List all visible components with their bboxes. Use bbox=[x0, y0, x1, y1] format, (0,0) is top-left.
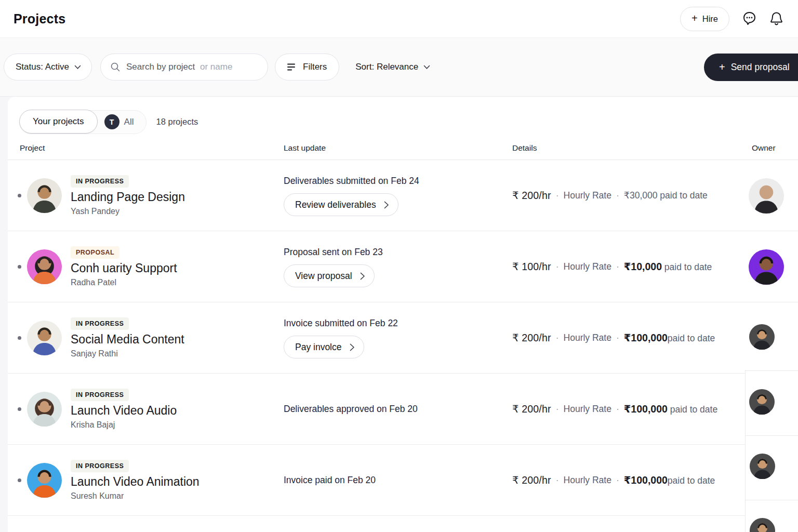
search-icon bbox=[110, 62, 121, 72]
last-update-text: Invoice paid on Feb 20 bbox=[284, 475, 376, 486]
hire-button-label: Hire bbox=[702, 14, 718, 24]
table-row[interactable]: PROPOSAL Conh uarity Support Radha Patel… bbox=[8, 231, 798, 302]
paid-to-date: ₹10,000 paid to date bbox=[624, 261, 712, 273]
project-avatar bbox=[27, 392, 62, 427]
plus-icon: + bbox=[691, 13, 698, 23]
hourly-rate-value: ₹ 100/hr bbox=[512, 261, 551, 273]
project-info: IN PROGRESS Launch Video Audio Krisha Ba… bbox=[71, 389, 177, 430]
hourly-rate-value: ₹ 200/hr bbox=[512, 474, 551, 486]
separator-dot: · bbox=[556, 261, 559, 272]
status-filter-dropdown[interactable]: Status: Active bbox=[4, 54, 92, 81]
project-avatar bbox=[27, 321, 62, 355]
project-person-name: Sanjay Rathi bbox=[71, 349, 118, 358]
filter-bar: Status: Active Search by project or name… bbox=[0, 37, 798, 97]
paid-amount: ₹30,000 bbox=[624, 190, 658, 201]
paid-suffix: paid to date bbox=[668, 333, 715, 343]
project-title[interactable]: Launch Video Audio bbox=[71, 404, 177, 418]
project-person-name: Krisha Bajaj bbox=[71, 420, 115, 430]
tab-your-projects[interactable]: Your projects bbox=[19, 110, 98, 134]
project-info: PROPOSAL Conh uarity Support Radha Patel bbox=[71, 246, 177, 287]
last-update-cell: Deliverables approved on Feb 20 bbox=[284, 374, 512, 445]
chevron-down-icon bbox=[423, 65, 430, 70]
table-row[interactable]: IN PROGRESS Launch Video Audio Krisha Ba… bbox=[8, 374, 798, 445]
project-person-name: Yash Pandey bbox=[71, 207, 119, 216]
details-cell: ₹ 100/hr · Hourly Rate · ₹10,000 paid to… bbox=[512, 231, 749, 302]
sort-dropdown[interactable]: Sort: Relevance bbox=[355, 62, 430, 72]
owner-strip-row-divider bbox=[745, 500, 798, 500]
search-input[interactable]: Search by project or name bbox=[100, 54, 268, 81]
project-info: IN PROGRESS Landing Page Design Yash Pan… bbox=[71, 175, 185, 216]
separator-dot: · bbox=[616, 332, 619, 343]
project-title[interactable]: Landing Page Design bbox=[71, 190, 185, 204]
row-action-label: Pay involce bbox=[295, 342, 342, 353]
bell-icon[interactable] bbox=[769, 11, 783, 26]
main-area: Your projects T All 18 projects Project … bbox=[0, 97, 798, 532]
project-person-name: Suresh Kumar bbox=[71, 491, 124, 501]
last-update-text: Proposal sent on Feb 23 bbox=[284, 247, 512, 258]
chevron-right-icon bbox=[384, 201, 389, 209]
project-person-name: Radha Patel bbox=[71, 278, 116, 287]
owner-avatar[interactable] bbox=[749, 178, 784, 214]
hourly-rate-value: ₹ 200/hr bbox=[512, 332, 551, 344]
project-info: IN PROGRESS Launch Video Animation Sures… bbox=[71, 460, 200, 501]
owner-avatar[interactable] bbox=[749, 389, 775, 415]
rate-type-label: Hourly Rate bbox=[564, 332, 611, 343]
table-header: Project Last update Details Owner bbox=[8, 136, 798, 160]
table-row[interactable]: IN PROGRESS Social Media Content Sanjay … bbox=[8, 302, 798, 374]
row-action-button[interactable]: View proposal bbox=[284, 264, 375, 287]
row-bullet bbox=[18, 265, 21, 269]
owner-avatar[interactable] bbox=[750, 454, 775, 479]
chat-bubble-icon[interactable] bbox=[742, 11, 757, 26]
project-title[interactable]: Launch Video Animation bbox=[71, 475, 200, 489]
paid-suffix: paid to date bbox=[662, 262, 712, 272]
tab-all[interactable]: T All bbox=[98, 114, 146, 129]
rate-type-label: Hourly Rate bbox=[564, 190, 611, 201]
paid-suffix: paid to date bbox=[668, 475, 715, 486]
owner-cell bbox=[749, 160, 798, 231]
chevron-right-icon bbox=[350, 343, 355, 351]
project-cell: IN PROGRESS Launch Video Animation Sures… bbox=[8, 445, 284, 516]
paid-amount: ₹100,000 bbox=[624, 403, 668, 415]
send-proposal-label: Send proposal bbox=[731, 62, 790, 73]
table-row[interactable]: IN PROGRESS Landing Page Design Yash Pan… bbox=[8, 160, 798, 231]
row-action-button[interactable]: Review deliverables bbox=[284, 193, 398, 216]
owner-avatar[interactable] bbox=[749, 249, 784, 285]
search-placeholder-light: or name bbox=[200, 62, 232, 72]
projects-table-body: IN PROGRESS Landing Page Design Yash Pan… bbox=[8, 160, 798, 516]
send-proposal-button[interactable]: + Send proposal bbox=[704, 54, 798, 81]
row-action-button[interactable]: Pay involce bbox=[284, 336, 364, 358]
status-badge: IN PROGRESS bbox=[71, 460, 129, 472]
projects-card: Your projects T All 18 projects Project … bbox=[8, 97, 798, 532]
column-header-owner: Owner bbox=[749, 143, 798, 153]
paid-to-date: ₹100,000paid to date bbox=[624, 474, 715, 486]
table-row[interactable]: IN PROGRESS Launch Video Animation Sures… bbox=[8, 445, 798, 516]
hire-button[interactable]: + Hire bbox=[680, 7, 729, 31]
status-badge: PROPOSAL bbox=[71, 246, 119, 259]
team-badge-icon: T bbox=[104, 114, 119, 129]
project-cell: IN PROGRESS Landing Page Design Yash Pan… bbox=[8, 160, 284, 231]
chevron-down-icon bbox=[74, 65, 81, 70]
column-header-project: Project bbox=[8, 143, 284, 153]
filters-button-label: Filters bbox=[303, 62, 327, 72]
filters-button[interactable]: Filters bbox=[275, 54, 339, 81]
project-title[interactable]: Social Media Content bbox=[71, 332, 184, 347]
owner-avatar[interactable] bbox=[749, 324, 775, 350]
status-badge: IN PROGRESS bbox=[71, 175, 129, 188]
plus-icon: + bbox=[719, 62, 725, 72]
paid-to-date: ₹30,000 paid to date bbox=[624, 190, 708, 201]
tabs-row: Your projects T All 18 projects bbox=[8, 97, 798, 136]
rate-type-label: Hourly Rate bbox=[564, 475, 611, 486]
details-cell: ₹ 200/hr · Hourly Rate · ₹100,000paid to… bbox=[512, 302, 749, 374]
hourly-rate-value: ₹ 200/hr bbox=[512, 403, 551, 415]
last-update-text: Deliverables approved on Feb 20 bbox=[284, 404, 418, 415]
paid-suffix: paid to date bbox=[657, 190, 707, 201]
chevron-right-icon bbox=[360, 272, 365, 280]
owner-cell bbox=[749, 231, 798, 302]
separator-dot: · bbox=[556, 404, 559, 415]
tab-group: Your projects T All bbox=[19, 110, 147, 134]
project-title[interactable]: Conh uarity Support bbox=[71, 261, 177, 275]
separator-dot: · bbox=[556, 332, 559, 343]
project-avatar bbox=[27, 178, 62, 213]
top-header: Projects + Hire bbox=[0, 0, 798, 37]
last-update-cell: Invoice submitted on Feb 22 Pay involce bbox=[284, 302, 512, 374]
